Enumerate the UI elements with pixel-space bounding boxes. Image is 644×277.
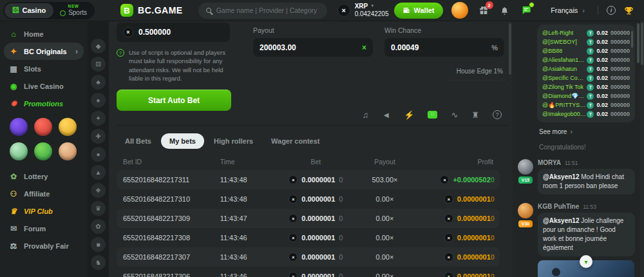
tab-all-bets[interactable]: All Bets [117,133,160,149]
sidebar-item-vip-club[interactable]: ♛VIP Club [4,202,84,220]
hotkeys-icon[interactable]: ∷ [428,111,437,119]
sidebar-item-affiliate[interactable]: ⚇Affiliate [4,185,84,202]
sound-icon[interactable]: ◄ [382,111,390,119]
bet-row[interactable]: 6552016848221731011:43:48×0.000000100.00… [117,189,500,209]
game-shortcut-chicken[interactable] [59,118,77,136]
wallet-button[interactable]: Wallet [394,3,443,19]
shaker-icon[interactable]: ♜ [471,111,479,119]
rail-game-shortcut-9[interactable]: ❖ [91,183,106,198]
notifications-button[interactable] [499,5,511,16]
game-shortcut-ball[interactable] [10,142,28,160]
user-mention[interactable]: @Aksyen12 [543,173,581,180]
clear-payout-icon[interactable]: × [362,43,366,52]
trends-icon[interactable]: ∿ [451,111,458,119]
payout-input[interactable]: 200003.00 × [253,38,373,57]
bet-row[interactable]: 6552016848221730611:43:46×0.000000100.00… [117,267,500,277]
tip-username[interactable]: @[SWEBOY] [542,39,577,45]
tip-username[interactable]: @BB88 [542,48,562,54]
page-scrollbar[interactable] [641,23,643,65]
rail-game-shortcut-3[interactable]: ♣ [91,75,106,90]
currency-selector[interactable]: × XRP ▼ 0.04242205 [337,3,389,18]
rail-game-shortcut-2[interactable]: ⚄ [91,57,106,72]
game-shortcut-crash[interactable] [34,118,52,136]
tip-row[interactable]: @[SWEBOY]T0.02000000 [542,37,630,46]
game-shortcut-girl[interactable] [59,142,77,160]
tip-username[interactable]: @Imakegob00m... [542,111,587,117]
rail-game-shortcut-8[interactable]: ▲ [91,165,106,180]
chat-scrollbar[interactable] [637,23,639,63]
music-icon[interactable]: ♫ [363,111,369,119]
casino-toggle-button[interactable]: ⚄ Casino [5,3,53,18]
tip-username[interactable]: @Diamond💎Hu... [542,93,587,99]
tip-amount: T0.02000000 [587,75,630,82]
rail-game-shortcut-6[interactable]: ✚ [91,129,106,144]
chat-username[interactable]: MORYA [538,159,561,166]
user-mention[interactable]: @Aksyen12 [543,217,581,224]
tip-row[interactable]: @AsiakhatunT0.02000000 [542,64,630,73]
sidebar-item-lottery[interactable]: ✿Lottery [4,167,84,185]
chat-toggle-button[interactable] [520,5,532,16]
tip-row[interactable]: @Left-RightT0.02000000 [542,28,630,37]
table-header: Bet IDTimeBetPayoutProfit [117,153,500,170]
rail-game-shortcut-5[interactable]: ✦ [91,111,106,126]
start-auto-bet-button[interactable]: Start Auto Bet [117,90,231,111]
user-avatar[interactable] [451,2,468,19]
rail-game-shortcut-4[interactable]: ♠ [91,93,106,108]
tip-row[interactable]: @Imakegob00m...T0.02000000 [542,110,630,119]
rail-game-shortcut-7[interactable]: ● [91,147,106,162]
sidebar-item-forum[interactable]: ✉Forum [4,220,84,237]
rail-game-shortcut-10[interactable]: ♛ [91,201,106,216]
language-selector[interactable]: Français › [551,6,585,14]
see-more-link[interactable]: See more › [539,128,635,135]
tip-row[interactable]: @Zilong Tik TokT0.02000000 [542,82,630,91]
tip-row[interactable]: @Specific CowdenT0.02000000 [542,73,630,82]
rail-game-shortcut-13[interactable]: ♞ [91,255,106,270]
bet-amount-input[interactable]: × 0.500000 [117,23,230,42]
game-shortcut-moneybag[interactable] [34,142,52,160]
tab-high-rollers[interactable]: High rollers [205,133,261,149]
sidebar-item-slots[interactable]: ▦Slots [4,60,84,77]
info-icon[interactable]: i [607,6,616,15]
win-chance-input[interactable]: 0.00049 % [384,38,504,57]
profit-main: 0.0000001 [457,234,491,242]
bet-row[interactable]: 6552016848221730711:43:46×0.000000100.00… [117,247,500,267]
sidebar-item-bc-originals[interactable]: ✦BC Originals› [4,43,84,60]
tab-my-bets[interactable]: My bets [161,133,204,149]
rail-game-shortcut-1[interactable]: ◆ [91,39,106,53]
rail-game-shortcut-12[interactable]: ■ [91,237,106,252]
main-scrollbar[interactable] [509,23,511,75]
tip-row[interactable]: @Aliesfahan1363T0.02000000 [542,55,630,64]
tab-wager-contest[interactable]: Wager contest [263,133,328,149]
rail-game-shortcut-11[interactable]: ✿ [91,219,106,234]
avatar[interactable] [518,203,533,218]
tip-username[interactable]: @Left-Right [542,30,573,36]
tip-username[interactable]: @Zilong Tik Tok [542,84,583,90]
bet-row[interactable]: 6552016848221730811:43:46×0.000000100.00… [117,228,500,247]
sidebar-item-provably-fair[interactable]: ⚖Provably Fair [4,237,84,254]
turbo-icon[interactable]: ⚡ [404,111,414,119]
tip-row[interactable]: @BB88T0.02000000 [542,46,630,55]
trophy-icon[interactable] [624,6,634,15]
sidebar-item-home[interactable]: ⌂Home [4,25,84,43]
tip-row[interactable]: @Diamond💎Hu...T0.02000000 [542,91,630,100]
tip-row[interactable]: @🔥PRITTYS233🔥T0.02000000 [542,100,630,110]
help-icon[interactable]: ? [493,110,502,119]
sports-toggle-button[interactable]: NEW Sports [53,5,93,17]
scroll-to-bottom-button[interactable]: ▾ [580,255,592,268]
avatar[interactable] [518,159,533,175]
chat-username[interactable]: KGB PuhTine [538,203,579,210]
bet-row[interactable]: 6552016848221730911:43:47×0.000000100.00… [117,209,500,228]
sidebar-item-promotions[interactable]: ✹Promotions [4,95,84,112]
tip-username[interactable]: @Specific Cowden [542,75,587,81]
sidebar-item-live-casino[interactable]: ◉Live Casino [4,77,84,95]
tip-username[interactable]: @Aliesfahan1363 [542,57,587,63]
tip-username[interactable]: @Asiakhatun [542,66,577,72]
bet-row[interactable]: 6552016848221731111:43:48×0.00000010503.… [117,170,500,189]
rewards-button[interactable]: 2 [478,5,489,16]
sidebar-item-label: Live Casino [24,82,64,90]
search-input[interactable]: Game name | Provider | Category Tag [198,3,327,19]
game-shortcut-dart[interactable] [10,118,28,136]
tipbox-scrollbar[interactable] [631,31,633,48]
tip-username[interactable]: @🔥PRITTYS233🔥 [542,102,587,108]
bc-game-logo[interactable]: B BC.GAME [120,4,183,17]
